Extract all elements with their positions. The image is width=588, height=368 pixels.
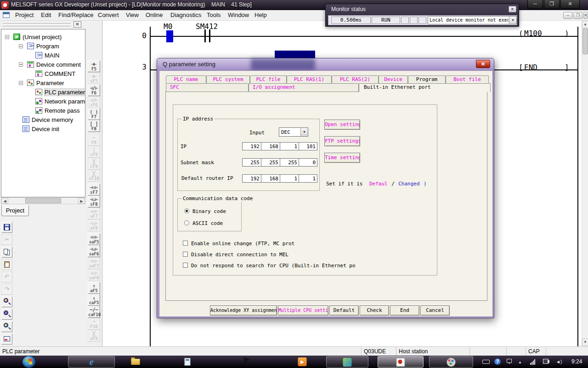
ftp-settings-button[interactable]: FTP settings [324,136,360,146]
symbol-coil-f7[interactable]: ( )F7 [88,108,100,120]
tab-sfc[interactable]: SFC [166,83,249,92]
save-button[interactable] [1,222,12,233]
mdi-child-icon[interactable] [3,12,10,18]
subnet-octet-field[interactable]: 0 [299,158,317,167]
ip-octet-field[interactable]: 168 [261,142,280,150]
router-octet-field[interactable]: 168 [261,174,280,183]
tree-item-plc-parameter[interactable]: PLC parameter [1,88,85,97]
speaker-icon[interactable]: ◄) [556,359,562,364]
router-octet-field[interactable]: 1 [280,174,299,183]
binary-code-radio[interactable] [184,208,189,213]
disable-direct-connection-checkbox[interactable] [183,252,188,257]
menu-window[interactable]: Window [224,10,253,20]
router-octet-field[interactable]: 1 [299,174,317,183]
menu-view[interactable]: View [122,10,143,20]
symbol-rising-af5[interactable]: ↑aF5 [88,282,100,294]
show-hidden-icons-icon[interactable]: ▲ [518,360,522,364]
taskbar-ie-button[interactable]: e [68,356,115,368]
default-button[interactable]: Default [329,305,359,316]
scroll-down-icon[interactable]: ▼ [582,339,588,346]
menu-online[interactable]: Online [141,10,167,20]
scroll-right-icon[interactable]: ▶ [78,198,85,204]
taskbar-tool-button[interactable] [236,356,254,368]
do-not-respond-search-checkbox[interactable] [183,263,188,268]
mdi-restore-button[interactable]: ❐ [573,12,582,19]
taskbar-app-button[interactable] [326,356,368,368]
subnet-octet-field[interactable]: 255 [280,158,299,167]
tree-item-main[interactable]: MAIN [1,51,85,60]
symbol-saf6[interactable]: ⊣↓⊢saF6 [88,245,100,257]
taskbar-calculator-button[interactable] [178,356,197,368]
tab-plc-ras2[interactable]: PLC RAS(2) [332,75,379,83]
collapse-icon[interactable] [19,44,23,48]
tree-item-remote-pass[interactable]: Remote pass [1,106,85,115]
tree-item-program[interactable]: Program [1,42,85,51]
ladder-monitor-button[interactable] [1,334,12,345]
start-button[interactable] [22,356,36,368]
input-format-combobox[interactable]: DEC ▼ [279,127,308,137]
menu-project[interactable]: Project [11,10,38,20]
tree-hscrollbar[interactable]: ◀ ▶ [1,197,85,204]
taskbar-explorer-button[interactable] [126,356,145,368]
taskbar-gx-developer-button[interactable] [378,356,424,368]
menu-edit[interactable]: Edit [37,10,55,20]
tree-item-parameter[interactable]: Parameter [1,79,85,88]
symbol-closed-contact-f6[interactable]: ⊣/⊢F6 [88,84,100,96]
symbol-saf5[interactable]: ⊣↑⊢saF5 [88,233,100,245]
network-signal-icon[interactable] [530,359,537,365]
mdi-minimize-button[interactable]: ─ [563,12,572,19]
end-button[interactable]: End [390,305,419,316]
dialog-titlebar[interactable]: Q parameter setting [157,58,494,70]
check-button[interactable]: Check [360,305,389,316]
tree-item-project-root[interactable]: (Unset project) [1,33,85,42]
find-button[interactable] [1,296,12,307]
tab-io-assignment[interactable]: I/O assignment [249,83,359,92]
end-instruction[interactable]: END [524,63,537,72]
tab-plc-file[interactable]: PLC file [250,75,287,83]
symbol-rising-pulse-sf7[interactable]: ⊣↑⊢sF7 [88,184,100,196]
chevron-down-icon[interactable]: ▼ [300,128,308,136]
scroll-left-icon[interactable]: ◀ [1,198,8,204]
subnet-octet-field[interactable]: 255 [242,158,261,167]
symbol-caf10[interactable]: ─/─caF10 [88,306,100,318]
chevron-down-icon[interactable]: ▼ [509,17,516,24]
ip-octet-field[interactable]: 101 [299,142,317,150]
project-tab[interactable]: Project [1,205,29,216]
tree-item-device-init[interactable]: Device init [1,125,85,134]
menu-tools[interactable]: Tools [203,10,225,20]
tree-item-device-comment[interactable]: Device comment [1,60,85,69]
open-settings-button[interactable]: Open settings [324,120,360,130]
tab-boot-file[interactable]: Boot file [446,75,489,83]
symbol-open-contact-f5[interactable]: ⊣⊢F5 [88,60,100,72]
collapse-icon[interactable] [5,35,9,39]
collapse-icon[interactable] [19,81,23,85]
local-device-monitor-dropdown[interactable]: Local device monitor not execu ▼ [428,16,517,24]
find-device-button[interactable] [1,309,12,320]
help-icon[interactable]: ? [494,358,501,365]
subnet-octet-field[interactable]: 255 [261,158,280,167]
cancel-button[interactable]: Cancel [420,305,450,316]
close-button[interactable]: ✕ [560,0,580,9]
restore-button[interactable]: ❐ [544,0,560,9]
symbol-falling-pulse-sf8[interactable]: ⊣↓⊢sF8 [88,196,100,207]
symbol-application-f8[interactable]: [ ]F8 [88,120,100,132]
monitor-close-icon[interactable]: ✕ [509,6,516,12]
toolbar-close-icon[interactable]: ✕ [74,21,81,28]
dialog-close-button[interactable]: ✕ [476,60,490,68]
minimize-button[interactable]: ─ [527,0,543,9]
ip-octet-field[interactable]: 1 [280,142,299,150]
menu-help[interactable]: Help [250,10,271,20]
tab-device[interactable]: Device [379,75,408,83]
clock[interactable]: 9:24 [571,358,582,365]
find-instruction-button[interactable] [1,321,12,332]
mdi-close-button[interactable]: ✕ [583,12,588,19]
taskbar-paint-button[interactable] [429,356,473,368]
scroll-thumb[interactable] [582,29,588,54]
tree-item-device-memory[interactable]: Device memory [1,115,85,125]
coil-label-m100[interactable]: M100 [524,29,542,38]
tab-plc-system[interactable]: PLC system [206,75,250,83]
time-settings-button[interactable]: Time settings [324,153,360,163]
multiple-cpu-setting-button[interactable]: Multiple CPU setting [278,305,328,316]
keyboard-icon[interactable] [482,360,490,364]
contact-m0-on[interactable] [166,30,173,42]
